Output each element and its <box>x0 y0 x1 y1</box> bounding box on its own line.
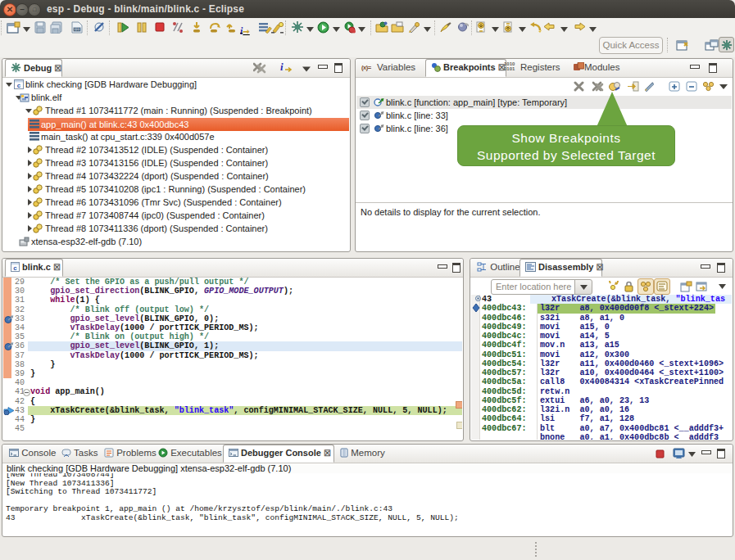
svg-text:010: 010 <box>74 28 80 32</box>
svg-text:i: i <box>280 61 284 73</box>
svg-text:c: c <box>17 82 21 89</box>
svg-text:c: c <box>13 264 17 272</box>
